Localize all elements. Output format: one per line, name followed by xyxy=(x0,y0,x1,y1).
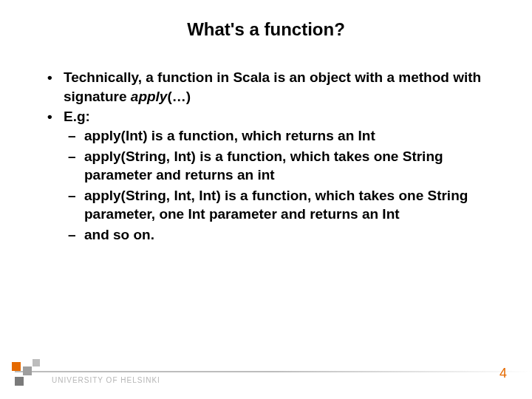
bullet-list: Technically, a function in Scala is an o… xyxy=(41,68,491,245)
sub-bullet-text: apply(String, Int, Int) is a function, w… xyxy=(84,188,468,222)
slide-title: What's a function? xyxy=(0,0,532,46)
slide-footer: UNIVERSITY OF HELSINKI 4 xyxy=(0,355,532,399)
sub-bullet-text: and so on. xyxy=(84,227,154,242)
svg-rect-3 xyxy=(33,359,40,366)
sub-bullet-text: apply(String, Int) is a function, which … xyxy=(84,149,443,183)
footer-divider xyxy=(15,371,532,372)
sub-bullet-list: apply(Int) is a function, which returns … xyxy=(64,126,491,245)
svg-rect-0 xyxy=(12,362,21,371)
bullet-text: E.g: xyxy=(64,109,90,124)
svg-rect-2 xyxy=(15,377,24,386)
university-name: UNIVERSITY OF HELSINKI xyxy=(52,376,160,384)
slide-content: Technically, a function in Scala is an o… xyxy=(0,46,532,245)
sub-bullet-text: apply(Int) is a function, which returns … xyxy=(84,128,375,143)
sub-bullet-item: apply(String, Int) is a function, which … xyxy=(64,147,491,185)
bullet-item: Technically, a function in Scala is an o… xyxy=(41,68,491,106)
bullet-text: Technically, a function in Scala is an o… xyxy=(64,69,481,104)
bullet-item: E.g: apply(Int) is a function, which ret… xyxy=(41,107,491,244)
text-run-italic: apply xyxy=(131,89,168,104)
sub-bullet-item: apply(String, Int, Int) is a function, w… xyxy=(64,186,491,224)
svg-rect-1 xyxy=(23,366,32,375)
text-run: Technically, a function in Scala is an o… xyxy=(64,69,481,104)
page-number: 4 xyxy=(499,366,507,381)
university-logo-icon xyxy=(10,358,44,392)
sub-bullet-item: apply(Int) is a function, which returns … xyxy=(64,126,491,146)
slide: What's a function? Technically, a functi… xyxy=(0,0,532,399)
sub-bullet-item: and so on. xyxy=(64,225,491,245)
text-run: (…) xyxy=(167,89,191,104)
